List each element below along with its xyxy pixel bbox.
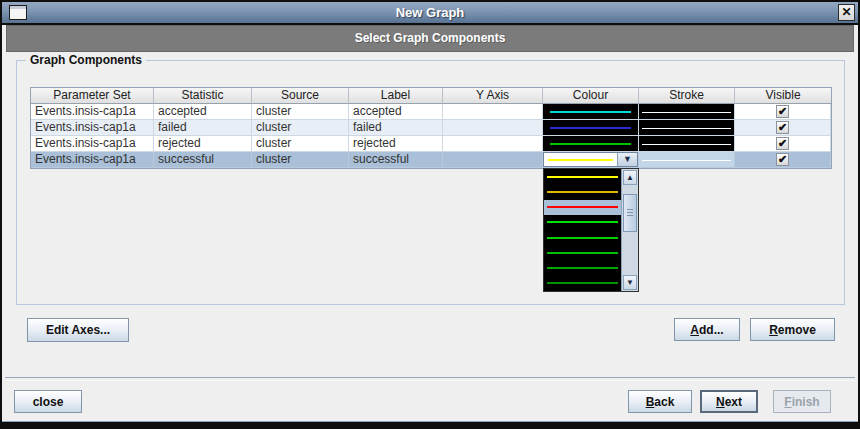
colour-option-line — [547, 237, 618, 239]
cell-y-axis[interactable] — [443, 152, 543, 168]
colour-option[interactable] — [544, 245, 621, 260]
dropdown-scrollbar[interactable]: ▲ ▼ — [621, 169, 638, 291]
cell-stroke[interactable] — [639, 120, 735, 136]
colour-option-line — [547, 267, 618, 269]
cell-stroke[interactable] — [639, 152, 735, 168]
column-header-label[interactable]: Label — [349, 88, 443, 104]
colour-option[interactable] — [544, 276, 621, 291]
group-title: Graph Components — [26, 53, 146, 67]
column-header-parameter-set[interactable]: Parameter Set — [31, 88, 154, 104]
cell-visible: ✔ — [735, 104, 831, 120]
cell-label[interactable]: successful — [349, 152, 443, 168]
wizard-step-title: Select Graph Components — [6, 25, 854, 52]
colour-swatch-line — [550, 111, 631, 113]
check-icon: ✔ — [778, 137, 787, 149]
cell-parameter-set[interactable]: Events.insis-cap1a — [31, 104, 154, 120]
cell-statistic[interactable]: successful — [154, 152, 252, 168]
cell-y-axis[interactable] — [443, 136, 543, 152]
check-icon: ✔ — [778, 121, 787, 133]
visible-checkbox[interactable]: ✔ — [776, 105, 789, 118]
table-row-selected[interactable]: Events.insis-cap1a successful cluster su… — [31, 152, 831, 168]
table-row[interactable]: Events.insis-cap1a accepted cluster acce… — [31, 104, 831, 120]
cell-visible: ✔ — [735, 120, 831, 136]
cell-parameter-set[interactable]: Events.insis-cap1a — [31, 152, 154, 168]
next-button[interactable]: Next — [700, 390, 758, 413]
stroke-swatch-line — [642, 112, 731, 113]
colour-swatch-line — [550, 127, 631, 129]
cell-stroke[interactable] — [639, 104, 735, 120]
colour-option-line — [547, 282, 618, 284]
cell-colour[interactable] — [543, 104, 639, 120]
stroke-swatch-line — [642, 144, 731, 145]
close-icon: ✕ — [841, 5, 851, 19]
cell-stroke[interactable] — [639, 136, 735, 152]
cell-source[interactable]: cluster — [252, 120, 349, 136]
cell-label[interactable]: failed — [349, 120, 443, 136]
close-window-button[interactable]: ✕ — [838, 4, 855, 21]
column-header-colour[interactable]: Colour — [543, 88, 639, 104]
cell-colour[interactable] — [543, 120, 639, 136]
combobox-dropdown-button[interactable]: ▼ — [617, 153, 637, 166]
column-header-statistic[interactable]: Statistic — [154, 88, 252, 104]
cell-statistic[interactable]: accepted — [154, 104, 252, 120]
scroll-down-button[interactable]: ▼ — [623, 275, 637, 290]
column-header-stroke[interactable]: Stroke — [639, 88, 735, 104]
cell-colour[interactable] — [543, 136, 639, 152]
add-button[interactable]: Add... — [674, 318, 740, 341]
edit-axes-button[interactable]: Edit Axes... — [27, 318, 129, 342]
scrollbar-thumb[interactable] — [623, 194, 637, 232]
cell-y-axis[interactable] — [443, 104, 543, 120]
stroke-swatch-line — [642, 160, 731, 161]
colour-combobox[interactable]: ▼ — [543, 152, 638, 167]
column-header-y-axis[interactable]: Y Axis — [443, 88, 543, 104]
new-graph-dialog: New Graph ✕ Select Graph Components Grap… — [0, 0, 860, 429]
cell-parameter-set[interactable]: Events.insis-cap1a — [31, 120, 154, 136]
close-button[interactable]: close — [14, 390, 82, 413]
colour-option-line — [547, 252, 618, 254]
cell-source[interactable]: cluster — [252, 152, 349, 168]
scroll-up-button[interactable]: ▲ — [623, 170, 637, 185]
colour-swatch-line — [548, 159, 613, 161]
colour-option[interactable] — [544, 169, 621, 184]
remove-button[interactable]: Remove — [750, 318, 835, 341]
colour-option-selected[interactable] — [544, 200, 621, 215]
cell-y-axis[interactable] — [443, 120, 543, 136]
colour-combobox-value[interactable] — [544, 153, 617, 166]
colour-option-line — [547, 206, 618, 208]
column-header-visible[interactable]: Visible — [735, 88, 831, 104]
cell-label[interactable]: accepted — [349, 104, 443, 120]
colour-option-line — [547, 221, 618, 223]
table-row[interactable]: Events.insis-cap1a rejected cluster reje… — [31, 136, 831, 152]
check-icon: ✔ — [778, 153, 787, 165]
chevron-down-icon: ▼ — [623, 152, 632, 167]
colour-dropdown-popup: ▲ ▼ — [543, 168, 639, 292]
window-icon[interactable] — [9, 5, 27, 20]
frame-bottom-edge — [2, 422, 858, 427]
colour-option[interactable] — [544, 215, 621, 230]
cell-source[interactable]: cluster — [252, 136, 349, 152]
back-button[interactable]: Back — [628, 390, 692, 413]
visible-checkbox[interactable]: ✔ — [776, 137, 789, 150]
cell-source[interactable]: cluster — [252, 104, 349, 120]
colour-option-line — [547, 191, 618, 193]
bottom-separator — [5, 377, 855, 381]
cell-colour-editor[interactable]: ▼ — [543, 152, 639, 168]
colour-option[interactable] — [544, 184, 621, 199]
table-header-row: Parameter Set Statistic Source Label Y A… — [31, 88, 831, 104]
scroll-up-icon: ▲ — [626, 173, 634, 182]
components-table: Parameter Set Statistic Source Label Y A… — [30, 87, 832, 169]
colour-option[interactable] — [544, 261, 621, 276]
colour-option[interactable] — [544, 230, 621, 245]
scroll-down-icon: ▼ — [626, 278, 634, 287]
cell-statistic[interactable]: failed — [154, 120, 252, 136]
table-row[interactable]: Events.insis-cap1a failed cluster failed… — [31, 120, 831, 136]
visible-checkbox[interactable]: ✔ — [776, 121, 789, 134]
column-header-source[interactable]: Source — [252, 88, 349, 104]
visible-checkbox[interactable]: ✔ — [776, 153, 789, 166]
check-icon: ✔ — [778, 105, 787, 117]
cell-label[interactable]: rejected — [349, 136, 443, 152]
cell-statistic[interactable]: rejected — [154, 136, 252, 152]
stroke-swatch-line — [642, 128, 731, 129]
cell-parameter-set[interactable]: Events.insis-cap1a — [31, 136, 154, 152]
title-bar[interactable]: New Graph ✕ — [2, 2, 858, 25]
